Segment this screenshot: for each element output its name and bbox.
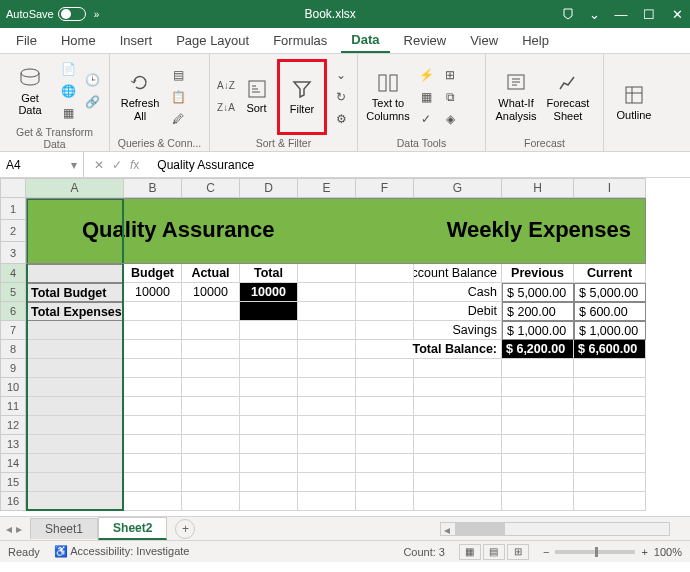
cell-H7[interactable]: $ 1,000.00 <box>502 321 574 340</box>
cell-E15[interactable] <box>298 473 356 492</box>
cell-C14[interactable] <box>182 454 240 473</box>
from-web-icon[interactable]: 🌐 <box>58 81 78 101</box>
cell-H13[interactable] <box>502 435 574 454</box>
accessibility-status[interactable]: ♿ Accessibility: Investigate <box>54 545 190 558</box>
cell-G15[interactable] <box>414 473 502 492</box>
sort-button[interactable]: Sort <box>240 64 273 130</box>
menu-data[interactable]: Data <box>341 28 389 53</box>
cell-A10[interactable] <box>26 378 124 397</box>
cell-H6[interactable]: $ 200.00 <box>502 302 574 321</box>
remove-dup-icon[interactable]: ▦ <box>416 87 436 107</box>
col-header-B[interactable]: B <box>124 178 182 198</box>
cell-E11[interactable] <box>298 397 356 416</box>
cell-I12[interactable] <box>574 416 646 435</box>
cell-D15[interactable] <box>240 473 298 492</box>
cell-D9[interactable] <box>240 359 298 378</box>
row-header-14[interactable]: 14 <box>0 454 26 473</box>
sort-desc-icon[interactable]: Z↓A <box>216 98 236 118</box>
cell-F9[interactable] <box>356 359 414 378</box>
advanced-filter-icon[interactable]: ⚙ <box>331 109 351 129</box>
forecast-button[interactable]: Forecast Sheet <box>544 64 592 130</box>
sheet-nav-prev-icon[interactable]: ◂ <box>6 522 12 536</box>
cell-H15[interactable] <box>502 473 574 492</box>
sheet-tab-1[interactable]: Sheet1 <box>30 518 98 539</box>
cell-C7[interactable] <box>182 321 240 340</box>
row-header-15[interactable]: 15 <box>0 473 26 492</box>
cell-B12[interactable] <box>124 416 182 435</box>
refresh-all-button[interactable]: Refresh All <box>116 64 164 130</box>
clear-filter-icon[interactable]: ⌄ <box>331 65 351 85</box>
cell-B16[interactable] <box>124 492 182 511</box>
page-layout-view-button[interactable]: ▤ <box>483 544 505 560</box>
sort-asc-icon[interactable]: A↓Z <box>216 76 236 96</box>
cell-I8[interactable]: $ 6,600.00 <box>574 340 646 359</box>
col-header-F[interactable]: F <box>356 178 414 198</box>
select-all-triangle[interactable] <box>0 178 26 198</box>
existing-conn-icon[interactable]: 🔗 <box>82 92 102 112</box>
cell-F11[interactable] <box>356 397 414 416</box>
row-header-8[interactable]: 8 <box>0 340 26 359</box>
row-header-12[interactable]: 12 <box>0 416 26 435</box>
cell-D7[interactable] <box>240 321 298 340</box>
cell-E13[interactable] <box>298 435 356 454</box>
row-header-3[interactable]: 3 <box>0 242 26 264</box>
relationships-icon[interactable]: ⧉ <box>440 87 460 107</box>
cell-A15[interactable] <box>26 473 124 492</box>
menu-view[interactable]: View <box>460 29 508 52</box>
cell-B6[interactable] <box>124 302 182 321</box>
cell-B8[interactable] <box>124 340 182 359</box>
cell-H14[interactable] <box>502 454 574 473</box>
properties-icon[interactable]: 📋 <box>168 87 188 107</box>
cell-E4[interactable] <box>298 264 356 283</box>
cell-C15[interactable] <box>182 473 240 492</box>
cell-H9[interactable] <box>502 359 574 378</box>
cell-E6[interactable] <box>298 302 356 321</box>
cell-G4[interactable]: Account Balance <box>414 264 502 283</box>
text-to-columns-button[interactable]: Text to Columns <box>364 64 412 130</box>
cell-E8[interactable] <box>298 340 356 359</box>
cell-H11[interactable] <box>502 397 574 416</box>
menu-review[interactable]: Review <box>394 29 457 52</box>
menu-home[interactable]: Home <box>51 29 106 52</box>
cell-G10[interactable] <box>414 378 502 397</box>
cell-F7[interactable] <box>356 321 414 340</box>
cell-A13[interactable] <box>26 435 124 454</box>
name-box[interactable]: A4 ▾ <box>0 152 84 177</box>
cell-A12[interactable] <box>26 416 124 435</box>
fx-icon[interactable]: fx <box>130 158 139 172</box>
edit-links-icon[interactable]: 🖉 <box>168 109 188 129</box>
cell-I14[interactable] <box>574 454 646 473</box>
row-header-4[interactable]: 4 <box>0 264 26 283</box>
cell-I13[interactable] <box>574 435 646 454</box>
horizontal-scrollbar[interactable]: ◂ <box>440 522 670 536</box>
cell-C10[interactable] <box>182 378 240 397</box>
cell-B15[interactable] <box>124 473 182 492</box>
cell-D11[interactable] <box>240 397 298 416</box>
data-model-icon[interactable]: ◈ <box>440 109 460 129</box>
cell-I7[interactable]: $ 1,000.00 <box>574 321 646 340</box>
cell-A11[interactable] <box>26 397 124 416</box>
cell-B10[interactable] <box>124 378 182 397</box>
cell-C4[interactable]: Actual <box>182 264 240 283</box>
cell-G9[interactable] <box>414 359 502 378</box>
cell-B14[interactable] <box>124 454 182 473</box>
cell-E7[interactable] <box>298 321 356 340</box>
row-header-9[interactable]: 9 <box>0 359 26 378</box>
cancel-formula-icon[interactable]: ✕ <box>94 158 104 172</box>
page-break-view-button[interactable]: ⊞ <box>507 544 529 560</box>
reapply-icon[interactable]: ↻ <box>331 87 351 107</box>
cell-C8[interactable] <box>182 340 240 359</box>
cell-D6[interactable] <box>240 302 298 321</box>
zoom-slider[interactable] <box>555 550 635 554</box>
cell-E14[interactable] <box>298 454 356 473</box>
cell-C11[interactable] <box>182 397 240 416</box>
zoom-out-icon[interactable]: − <box>543 546 549 558</box>
cell-B9[interactable] <box>124 359 182 378</box>
menu-insert[interactable]: Insert <box>110 29 163 52</box>
row-header-10[interactable]: 10 <box>0 378 26 397</box>
recent-sources-icon[interactable]: 🕒 <box>82 70 102 90</box>
cell-B4[interactable]: Budget <box>124 264 182 283</box>
whatif-button[interactable]: What-If Analysis <box>492 64 540 130</box>
col-header-E[interactable]: E <box>298 178 356 198</box>
cell-H4[interactable]: Previous <box>502 264 574 283</box>
